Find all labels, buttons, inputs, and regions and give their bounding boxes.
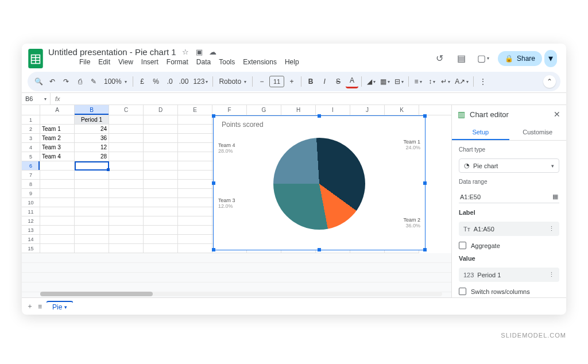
h-align-icon[interactable]: ≡ (412, 75, 424, 88)
col-header[interactable]: A (40, 105, 75, 115)
data-range-input[interactable]: A1:E50 ▦ (459, 191, 559, 203)
menu-bar: File Edit View Insert Format Data Tools … (48, 57, 303, 69)
menu-help[interactable]: Help (281, 57, 303, 67)
redo-icon[interactable]: ↷ (60, 75, 72, 88)
col-header[interactable]: G (247, 105, 281, 115)
inactive-grid-area (22, 253, 451, 297)
increase-decimal-icon[interactable]: .00 (177, 75, 191, 88)
cloud-saved-icon: ☁ (208, 48, 218, 57)
select-all-corner[interactable] (22, 105, 40, 115)
tab-setup[interactable]: Setup (452, 124, 509, 140)
menu-format[interactable]: Format (163, 57, 192, 67)
fill-color-icon[interactable]: ◢ (365, 75, 377, 88)
column-headers: A B C D E F G H I J K (22, 105, 451, 115)
decrease-font-icon[interactable]: − (256, 75, 268, 88)
chart-type-select[interactable]: ◔ Pie chart (459, 158, 559, 173)
value-chip[interactable]: 123 Period 1 ⋮ (459, 268, 559, 282)
italic-icon[interactable]: I (318, 75, 331, 88)
chart-editor-sidebar: ▥ Chart editor ✕ Setup Customise Chart t… (451, 105, 566, 297)
sheet-tabs-bar: ＋ ≡ Pie▾ (22, 297, 566, 315)
aggregate-checkbox[interactable]: Aggregate (459, 242, 559, 249)
meet-icon[interactable]: ▢ (476, 51, 491, 66)
percent-icon[interactable]: % (150, 75, 163, 88)
menu-edit[interactable]: Edit (95, 57, 114, 67)
chart-frame[interactable]: Points scored Team 124.0% Team 236.0% Te… (213, 115, 425, 250)
menu-view[interactable]: View (115, 57, 137, 67)
font-dropdown[interactable]: Roboto (216, 78, 249, 86)
move-folder-icon[interactable]: ▣ (195, 48, 204, 57)
close-icon[interactable]: ✕ (554, 110, 560, 119)
comments-icon[interactable]: ▤ (454, 51, 469, 66)
chart-title: Points scored (214, 116, 425, 131)
sheet-tab[interactable]: Pie▾ (47, 300, 73, 313)
increase-font-icon[interactable]: + (285, 75, 298, 88)
menu-extensions[interactable]: Extensions (239, 57, 280, 67)
search-menus-icon[interactable]: 🔍 (32, 75, 45, 88)
add-sheet-icon[interactable]: ＋ (26, 301, 33, 311)
menu-data[interactable]: Data (193, 57, 214, 67)
zoom-dropdown[interactable]: 100% (101, 78, 130, 86)
title-bar: Untitled presentation - Pie chart 1 ☆ ▣ … (22, 44, 566, 71)
value-more-icon[interactable]: ⋮ (548, 271, 555, 278)
history-icon[interactable]: ↺ (432, 51, 447, 66)
col-header[interactable]: B (75, 105, 109, 115)
toolbar: 🔍 ↶ ↷ ⎙ ✎ 100% £ % .0 .00 123 Roboto − 1… (28, 72, 560, 91)
chart-editor-icon: ▥ (458, 110, 465, 119)
menu-file[interactable]: File (76, 57, 94, 67)
borders-icon[interactable]: ▦ (378, 75, 392, 88)
col-header[interactable]: F (212, 105, 247, 115)
horizontal-scrollbar[interactable] (40, 292, 442, 296)
col-header[interactable]: H (281, 105, 316, 115)
strikethrough-icon[interactable]: S (332, 75, 345, 88)
scrollbar-thumb[interactable] (40, 292, 153, 296)
text-color-icon[interactable]: A (346, 75, 358, 88)
decrease-decimal-icon[interactable]: .0 (164, 75, 176, 88)
share-dropdown[interactable]: ▾ (544, 50, 557, 67)
share-button[interactable]: 🔒 Share (498, 51, 542, 66)
toolbar-more-icon[interactable]: ⋮ (477, 75, 489, 88)
formula-bar: B6▾ fx (22, 92, 566, 105)
menu-insert[interactable]: Insert (138, 57, 162, 67)
col-header[interactable]: E (178, 105, 212, 115)
label-chip[interactable]: Tт A1:A50 ⋮ (459, 222, 559, 236)
print-icon[interactable]: ⎙ (74, 75, 86, 88)
collapse-toolbar-icon[interactable]: ⌃ (543, 75, 556, 88)
document-title[interactable]: Untitled presentation - Pie chart 1 (48, 47, 176, 57)
sheets-logo-icon[interactable] (28, 48, 44, 69)
watermark: SLIDEMODEL.COM (501, 332, 566, 339)
col-header[interactable]: D (144, 105, 178, 115)
v-align-icon[interactable]: ↕ (425, 75, 438, 88)
col-header[interactable]: K (385, 105, 419, 115)
lock-icon: 🔒 (505, 55, 513, 63)
data-range-label: Data range (459, 179, 559, 185)
undo-icon[interactable]: ↶ (46, 75, 59, 88)
col-header[interactable]: J (350, 105, 385, 115)
star-icon[interactable]: ☆ (181, 48, 190, 57)
label-section: Label (459, 209, 559, 216)
chart-type-label: Chart type (459, 146, 559, 153)
menu-tools[interactable]: Tools (215, 57, 238, 67)
select-range-icon[interactable]: ▦ (552, 193, 558, 200)
wrap-icon[interactable]: ↵ (439, 75, 452, 88)
label-more-icon[interactable]: ⋮ (548, 225, 555, 233)
main-area: A B C D E F G H I J K 1Period 12Team 124… (22, 105, 566, 297)
font-size-input[interactable]: 11 (269, 76, 284, 87)
currency-icon[interactable]: £ (136, 75, 149, 88)
paint-format-icon[interactable]: ✎ (87, 75, 100, 88)
more-formats-dropdown[interactable]: 123 (191, 75, 210, 88)
tab-customise[interactable]: Customise (509, 124, 567, 140)
text-type-icon: Tт (463, 226, 470, 233)
merge-cells-icon[interactable]: ⊟ (393, 75, 405, 88)
all-sheets-icon[interactable]: ≡ (38, 303, 42, 311)
switch-rows-checkbox[interactable]: Switch rows/columns (459, 288, 559, 295)
col-header[interactable]: C (109, 105, 144, 115)
number-type-icon: 123 (463, 272, 474, 278)
sidebar-title: Chart editor (470, 110, 509, 119)
value-section: Value (459, 255, 559, 262)
col-header[interactable]: I (316, 105, 350, 115)
bold-icon[interactable]: B (304, 75, 317, 88)
spreadsheet-grid[interactable]: A B C D E F G H I J K 1Period 12Team 124… (22, 105, 451, 297)
share-label: Share (517, 55, 535, 63)
rotate-text-icon[interactable]: A↗ (453, 75, 470, 88)
name-box[interactable]: B6▾ (22, 93, 51, 104)
